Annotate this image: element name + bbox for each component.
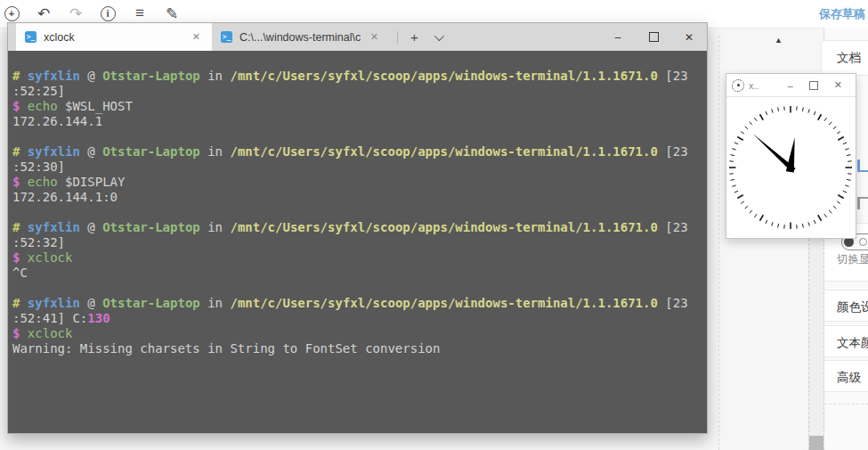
save-draft-button[interactable]: 保存草稿: [819, 6, 865, 22]
clock-face: [726, 97, 856, 238]
sidebar-section-label: 高级: [822, 361, 868, 386]
clock-icon: [732, 79, 744, 92]
terminal-tab-icon: >_: [25, 31, 37, 43]
terminal-tabbar[interactable]: >_ xclock ✕ >_ C:\...\windows-terminal\c…: [8, 23, 707, 51]
minimize-button[interactable]: –: [780, 80, 801, 91]
terminal-line: [12, 129, 703, 144]
clipped-text-fragment: [857, 197, 868, 209]
undo-icon[interactable]: ↶: [34, 4, 53, 23]
tabbar-divider: [397, 31, 398, 44]
terminal-line: # syfxlin @ Otstar-Laptop in /mnt/c/User…: [12, 220, 703, 235]
close-button[interactable]: ✕: [671, 23, 707, 51]
tab-dropdown-chevron-icon[interactable]: [434, 30, 444, 40]
sidebar-section-label: 文档: [822, 41, 868, 66]
xclock-title: x..: [749, 80, 780, 91]
terminal-line: $ xclock: [12, 250, 703, 266]
terminal-line: 172.26.144.1: [12, 114, 703, 129]
add-circle-icon[interactable]: +: [2, 4, 21, 23]
terminal-window: >_ xclock ✕ >_ C:\...\windows-terminal\c…: [7, 22, 708, 434]
close-button[interactable]: ✕: [826, 79, 850, 91]
redo-icon[interactable]: ↷: [66, 4, 85, 23]
terminal-line: [12, 281, 703, 296]
outline-icon[interactable]: ≡: [130, 4, 150, 23]
terminal-line: 172.26.144.1:0: [12, 190, 703, 205]
terminal-tab-icon: >_: [221, 31, 232, 43]
sidebar-section-document[interactable]: 文档: [821, 40, 868, 76]
terminal-line: # syfxlin @ Otstar-Laptop in /mnt/c/User…: [12, 296, 703, 311]
terminal-line: # syfxlin @ Otstar-Laptop in /mnt/c/User…: [12, 144, 703, 160]
xclock-window: x.. – ✕: [726, 73, 856, 239]
sidebar-section[interactable]: 高级: [821, 360, 868, 392]
tab-windows-terminal-current[interactable]: >_ C:\...\windows-terminal\current ✕: [212, 23, 390, 51]
terminal-line: [12, 205, 703, 220]
terminal-line: Warning: Missing charsets in String to F…: [12, 341, 703, 356]
window-controls: – ✕: [600, 23, 707, 51]
toggle-dot: [859, 238, 867, 246]
sidebar-section-label: 颜色设: [822, 290, 868, 315]
maximize-button[interactable]: [801, 81, 826, 90]
terminal-line: # syfxlin @ Otstar-Laptop in /mnt/c/User…: [12, 69, 703, 84]
tab-label: xclock: [44, 31, 183, 44]
tab-close-icon[interactable]: ✕: [190, 29, 203, 45]
sidebar-section[interactable]: 颜色设: [821, 290, 868, 322]
terminal-line: ^C: [12, 266, 703, 281]
edit-pencil-icon[interactable]: ✎: [162, 4, 182, 23]
xclock-titlebar[interactable]: x.. – ✕: [726, 74, 856, 97]
maximize-button[interactable]: [636, 23, 671, 51]
sidebar-section-label: 文本颜: [822, 326, 868, 351]
column-divider: [718, 36, 719, 450]
tab-xclock[interactable]: >_ xclock ✕: [16, 23, 212, 51]
scrollbar-track[interactable]: [808, 239, 824, 450]
terminal-line: $ echo $DISPLAY: [12, 175, 703, 190]
tab-label: C:\...\windows-terminal\current: [239, 31, 361, 44]
terminal-line: $ echo $WSL_HOST: [12, 99, 703, 114]
terminal-line: :52:32]: [12, 235, 703, 250]
terminal-line: :52:25]: [12, 84, 703, 99]
scrollbar-thumb[interactable]: [809, 436, 823, 450]
editor-toolbar: +↶↷i≡✎: [2, 4, 182, 23]
clipped-text-fragment: [857, 160, 868, 172]
sidebar-section[interactable]: 文本颜: [821, 325, 868, 357]
tab-close-icon[interactable]: ✕: [368, 29, 381, 45]
terminal-screen[interactable]: # syfxlin @ Otstar-Laptop in /mnt/c/User…: [8, 51, 707, 433]
collapse-arrow-icon[interactable]: ▲: [775, 36, 783, 45]
terminal-line: $ xclock: [12, 326, 703, 341]
info-icon[interactable]: i: [98, 4, 118, 23]
section-divider: [824, 404, 868, 405]
new-tab-button[interactable]: +: [403, 28, 426, 46]
minimize-button[interactable]: –: [600, 23, 636, 51]
terminal-line: :52:30]: [12, 160, 703, 175]
terminal-line: :52:41] C:130: [12, 311, 703, 326]
